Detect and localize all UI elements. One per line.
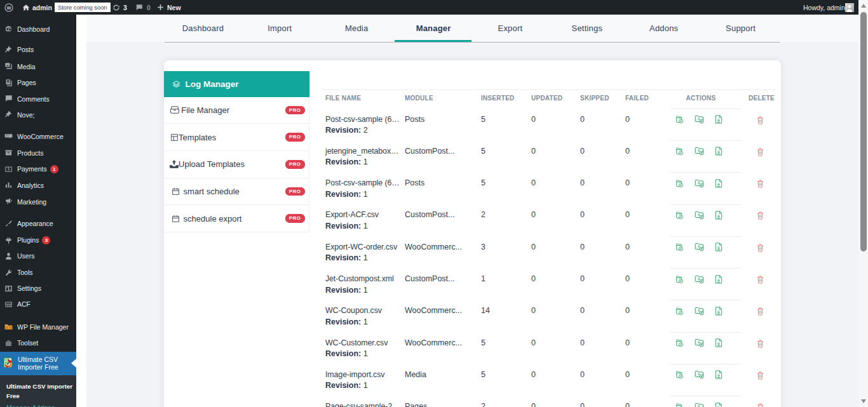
svg-text:W: W [7,4,11,10]
